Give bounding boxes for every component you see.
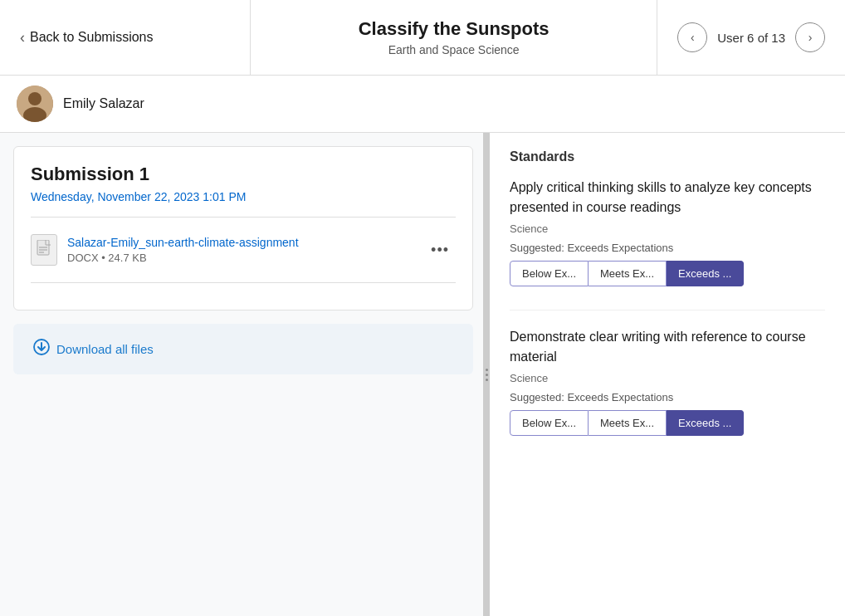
assignment-title: Classify the Sunspots bbox=[359, 18, 549, 40]
download-label: Download all files bbox=[56, 342, 154, 356]
download-area: Download all files bbox=[13, 324, 473, 374]
file-size: 24.7 KB bbox=[108, 252, 146, 264]
standard-divider bbox=[510, 310, 825, 310]
submission-date: Wednesday, November 22, 2023 1:01 PM bbox=[31, 190, 456, 203]
drag-dot bbox=[486, 374, 488, 376]
divider-1 bbox=[31, 217, 456, 218]
rating-button-2[interactable]: Exceeds ... bbox=[667, 261, 744, 286]
next-user-button[interactable]: › bbox=[795, 22, 825, 52]
back-label: Back to Submissions bbox=[30, 30, 154, 45]
standard-category: Science bbox=[510, 372, 825, 384]
rating-button-1[interactable]: Meets Ex... bbox=[589, 410, 667, 436]
left-panel: Submission 1 Wednesday, November 22, 202… bbox=[0, 133, 490, 616]
file-meta: DOCX • 24.7 KB bbox=[67, 252, 414, 264]
panel-resize-handle[interactable] bbox=[483, 133, 490, 616]
chevron-left-icon: ‹ bbox=[20, 29, 25, 46]
assignment-title-area: Classify the Sunspots Earth and Space Sc… bbox=[251, 0, 657, 75]
rating-buttons: Below Ex... Meets Ex... Exceeds ... bbox=[510, 410, 825, 436]
file-type: DOCX bbox=[67, 252, 99, 264]
file-name[interactable]: Salazar-Emily_sun-earth-climate-assignme… bbox=[67, 236, 414, 249]
document-icon bbox=[36, 240, 52, 260]
back-button[interactable]: ‹ Back to Submissions bbox=[0, 0, 251, 75]
avatar bbox=[17, 86, 53, 122]
standard-item: Demonstrate clear writing with reference… bbox=[510, 327, 825, 436]
user-row: Emily Salazar bbox=[0, 76, 845, 133]
file-icon bbox=[31, 234, 57, 266]
rating-buttons: Below Ex... Meets Ex... Exceeds ... bbox=[510, 261, 825, 286]
download-all-files-button[interactable]: Download all files bbox=[33, 339, 154, 359]
top-navigation: ‹ Back to Submissions Classify the Sunsp… bbox=[0, 0, 845, 76]
next-icon: › bbox=[808, 31, 813, 44]
download-icon bbox=[33, 339, 50, 359]
rating-button-0[interactable]: Below Ex... bbox=[510, 410, 589, 436]
avatar-image bbox=[17, 86, 53, 122]
rating-button-0[interactable]: Below Ex... bbox=[510, 261, 589, 286]
standard-description: Demonstrate clear writing with reference… bbox=[510, 327, 825, 367]
rating-button-2[interactable]: Exceeds ... bbox=[667, 410, 744, 436]
avatar-svg bbox=[17, 86, 53, 122]
download-svg bbox=[33, 339, 50, 355]
rating-button-1[interactable]: Meets Ex... bbox=[589, 261, 667, 286]
divider-2 bbox=[31, 282, 456, 283]
drag-dot bbox=[486, 369, 488, 371]
file-row: Salazar-Emily_sun-earth-climate-assignme… bbox=[31, 227, 456, 272]
svg-point-1 bbox=[28, 92, 42, 105]
drag-dot bbox=[486, 379, 488, 381]
standards-title: Standards bbox=[510, 149, 825, 164]
suggested-label: Suggested: Exceeds Expectations bbox=[510, 391, 825, 403]
file-menu-button[interactable]: ••• bbox=[424, 238, 456, 262]
standards-list: Apply critical thinking skills to analyz… bbox=[510, 178, 825, 436]
submission-title: Submission 1 bbox=[31, 164, 456, 185]
user-name: Emily Salazar bbox=[63, 96, 144, 111]
standard-category: Science bbox=[510, 222, 825, 235]
prev-user-button[interactable]: ‹ bbox=[677, 22, 707, 52]
standard-item: Apply critical thinking skills to analyz… bbox=[510, 178, 825, 286]
assignment-subtitle: Earth and Space Science bbox=[388, 43, 520, 56]
prev-icon: ‹ bbox=[691, 31, 695, 44]
standard-description: Apply critical thinking skills to analyz… bbox=[510, 178, 825, 218]
user-count-label: User 6 of 13 bbox=[717, 31, 785, 45]
right-panel: Standards Apply critical thinking skills… bbox=[490, 133, 845, 616]
suggested-label: Suggested: Exceeds Expectations bbox=[510, 242, 825, 254]
submission-card: Submission 1 Wednesday, November 22, 202… bbox=[13, 146, 473, 310]
main-content: Submission 1 Wednesday, November 22, 202… bbox=[0, 133, 845, 616]
file-info: Salazar-Emily_sun-earth-climate-assignme… bbox=[67, 236, 414, 264]
user-nav-controls: ‹ User 6 of 13 › bbox=[657, 0, 845, 75]
